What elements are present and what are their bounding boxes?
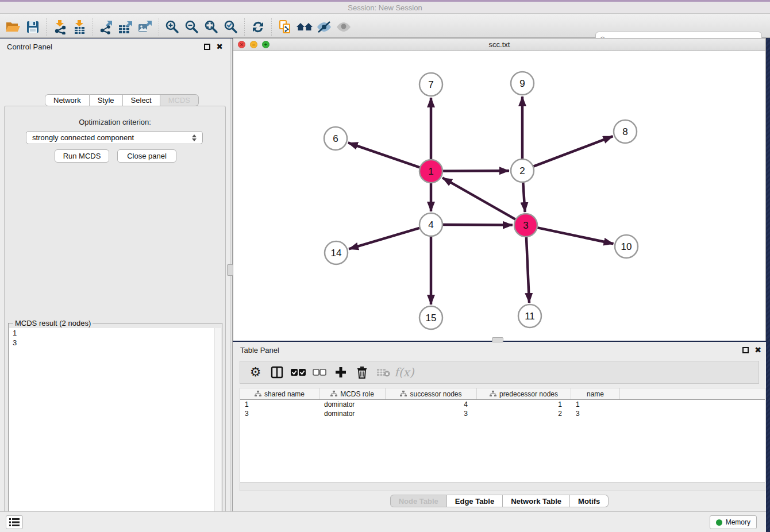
import-network-icon[interactable] <box>50 18 70 36</box>
tab-node-table[interactable]: Node Table <box>390 495 447 507</box>
run-mcds-button[interactable]: Run MCDS <box>55 149 109 163</box>
graph-edge-2-8[interactable] <box>533 136 613 167</box>
column-visibility-icon[interactable] <box>266 363 287 381</box>
table-row[interactable]: 1dominator411 <box>240 400 765 409</box>
graph-node-label: 4 <box>428 219 433 230</box>
network-canvas[interactable]: 7968124314101511 <box>233 51 765 341</box>
memory-button[interactable]: Memory <box>710 515 757 529</box>
toolbar-separator <box>244 18 245 36</box>
tab-mcds[interactable]: MCDS <box>160 94 199 106</box>
table-horizontal-scrollbar[interactable] <box>240 483 765 491</box>
zoom-selected-icon[interactable] <box>221 18 241 36</box>
graph-edge-1-2[interactable] <box>442 171 509 171</box>
node-table: shared nameMCDS rolesuccessor nodesprede… <box>240 388 765 483</box>
table-toolbar: ⚙ f(x) <box>240 361 759 384</box>
graph-edge-1-6[interactable] <box>348 142 420 167</box>
tab-network[interactable]: Network <box>45 94 90 106</box>
add-column-icon[interactable] <box>330 363 351 381</box>
mcds-tab-content: Optimization criterion: strongly connect… <box>4 106 226 532</box>
table-panel: Table Panel ✖ ⚙ f(x) shared nameMCDS rol… <box>233 342 766 511</box>
show-graphics-icon[interactable] <box>334 18 353 36</box>
network-window-titlebar[interactable]: ✕ − + scc.txt <box>233 38 765 51</box>
result-scrollbar[interactable] <box>214 328 221 532</box>
graph-edge-2-3[interactable] <box>523 182 525 212</box>
table-cell[interactable]: dominator <box>319 400 386 409</box>
table-cell[interactable]: 3 <box>240 409 319 418</box>
open-file-icon[interactable] <box>3 18 23 36</box>
zoom-out-icon[interactable] <box>182 18 202 36</box>
hide-graphics-icon[interactable] <box>314 18 334 36</box>
table-cell[interactable]: 3 <box>571 409 620 418</box>
mcds-result-textarea[interactable]: 1 3 <box>9 328 221 532</box>
deselect-all-icon[interactable] <box>309 363 330 381</box>
table-cell[interactable]: 4 <box>386 400 477 409</box>
select-all-icon[interactable] <box>287 363 309 381</box>
float-table-panel-icon[interactable] <box>742 347 749 353</box>
network-minimize-icon[interactable]: − <box>250 41 257 48</box>
table-panel-title: Table Panel <box>240 346 742 354</box>
table-header-row: shared nameMCDS rolesuccessor nodesprede… <box>240 388 765 400</box>
graph-edge-3-11[interactable] <box>526 237 529 303</box>
zoom-in-icon[interactable] <box>163 18 182 36</box>
table-settings-icon[interactable]: ⚙ <box>245 363 266 381</box>
mcds-result-legend: MCDS result (2 nodes) <box>13 319 93 327</box>
save-session-icon[interactable] <box>23 18 43 36</box>
table-cell[interactable]: 1 <box>477 400 571 409</box>
tab-network-table[interactable]: Network Table <box>503 495 570 507</box>
export-image-icon[interactable] <box>136 18 155 36</box>
table-cell[interactable]: 3 <box>386 409 477 418</box>
task-history-button[interactable] <box>6 515 23 529</box>
home-view-icon[interactable] <box>295 18 314 36</box>
network-maximize-icon[interactable]: + <box>262 41 270 48</box>
hierarchy-icon <box>330 391 337 397</box>
column-header-predecessor-nodes[interactable]: predecessor nodes <box>477 388 571 399</box>
tab-style[interactable]: Style <box>90 94 123 106</box>
float-panel-icon[interactable] <box>204 44 210 50</box>
import-table-icon[interactable] <box>70 18 89 36</box>
table-body: 1dominator4113dominator323 <box>240 400 765 418</box>
export-network-icon[interactable] <box>97 18 116 36</box>
table-cell[interactable]: 1 <box>571 400 620 409</box>
mcds-result-value: 3 <box>9 338 221 348</box>
column-header-successor-nodes[interactable]: successor nodes <box>386 388 477 399</box>
table-splitter-handle[interactable] <box>492 337 503 342</box>
memory-status-icon <box>716 519 722 526</box>
table-cell[interactable]: dominator <box>319 409 386 418</box>
graph-node-label: 15 <box>426 313 437 323</box>
copy-network-icon[interactable] <box>275 18 295 36</box>
table-row[interactable]: 3dominator323 <box>240 409 765 418</box>
app-titlebar: Session: New Session <box>0 0 770 14</box>
graph-edge-3-10[interactable] <box>537 228 614 244</box>
control-panel-tabs: Network Style Select MCDS <box>45 94 199 106</box>
close-panel-icon[interactable]: ✖ <box>216 42 223 51</box>
zoom-fit-icon[interactable] <box>202 18 221 36</box>
toolbar-separator <box>46 18 47 36</box>
graph-edge-4-14[interactable] <box>349 228 420 249</box>
function-builder-icon[interactable]: f(x) <box>394 363 415 381</box>
graph-edge-3-1[interactable] <box>442 178 516 219</box>
delete-icon[interactable] <box>351 363 372 381</box>
table-cell[interactable]: 2 <box>477 409 571 418</box>
close-panel-button[interactable]: Close panel <box>117 149 176 163</box>
graph-edge-4-3[interactable] <box>442 225 513 225</box>
criterion-dropdown-value: strongly connected component <box>32 133 134 142</box>
graph-node-label: 8 <box>622 126 627 137</box>
criterion-dropdown[interactable]: strongly connected component <box>26 131 203 144</box>
delete-table-icon[interactable] <box>372 363 394 381</box>
column-header-MCDS-role[interactable]: MCDS role <box>319 388 386 399</box>
network-close-icon[interactable]: ✕ <box>238 41 245 48</box>
export-table-icon[interactable] <box>116 18 136 36</box>
tab-edge-table[interactable]: Edge Table <box>447 495 503 507</box>
memory-label: Memory <box>726 518 750 526</box>
graph-node-label: 6 <box>333 133 338 144</box>
tab-select[interactable]: Select <box>123 94 160 106</box>
main-toolbar: ⚲ <box>0 14 770 38</box>
column-header-name[interactable]: name <box>571 388 620 399</box>
tab-motifs[interactable]: Motifs <box>570 495 609 507</box>
column-header-shared-name[interactable]: shared name <box>240 388 319 399</box>
refresh-icon[interactable] <box>248 18 268 36</box>
graph-node-label: 2 <box>519 165 525 176</box>
window-title: Session: New Session <box>348 3 422 12</box>
close-table-panel-icon[interactable]: ✖ <box>754 345 761 354</box>
table-cell[interactable]: 1 <box>240 400 319 409</box>
